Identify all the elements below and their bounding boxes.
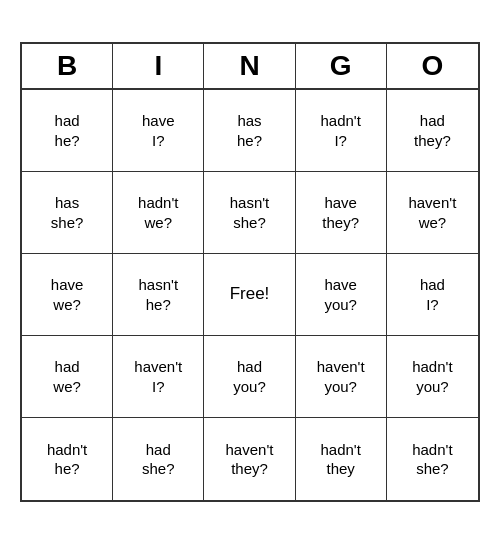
grid-cell-r4-c4: hadn'tshe? (387, 418, 478, 500)
bingo-header: BINGO (22, 44, 478, 90)
grid-cell-r1-c3: havethey? (296, 172, 387, 254)
grid-cell-r0-c1: haveI? (113, 90, 204, 172)
grid-cell-r3-c1: haven'tI? (113, 336, 204, 418)
grid-cell-r2-c3: haveyou? (296, 254, 387, 336)
header-cell-i: I (113, 44, 204, 88)
grid-cell-r1-c2: hasn'tshe? (204, 172, 295, 254)
grid-cell-r0-c0: hadhe? (22, 90, 113, 172)
grid-cell-r0-c2: hashe? (204, 90, 295, 172)
grid-cell-r0-c3: hadn'tI? (296, 90, 387, 172)
grid-cell-r1-c1: hadn'twe? (113, 172, 204, 254)
grid-cell-r3-c0: hadwe? (22, 336, 113, 418)
header-cell-o: O (387, 44, 478, 88)
header-cell-b: B (22, 44, 113, 88)
grid-cell-r3-c2: hadyou? (204, 336, 295, 418)
grid-cell-r3-c3: haven'tyou? (296, 336, 387, 418)
grid-cell-r4-c3: hadn'tthey (296, 418, 387, 500)
grid-cell-r1-c4: haven'twe? (387, 172, 478, 254)
grid-cell-r2-c4: hadI? (387, 254, 478, 336)
header-cell-n: N (204, 44, 295, 88)
grid-cell-r4-c1: hadshe? (113, 418, 204, 500)
grid-cell-r4-c2: haven'tthey? (204, 418, 295, 500)
grid-cell-r4-c0: hadn'the? (22, 418, 113, 500)
bingo-grid: hadhe?haveI?hashe?hadn'tI?hadthey?hasshe… (22, 90, 478, 500)
grid-cell-r2-c0: havewe? (22, 254, 113, 336)
grid-cell-r2-c1: hasn'the? (113, 254, 204, 336)
grid-cell-r1-c0: hasshe? (22, 172, 113, 254)
header-cell-g: G (296, 44, 387, 88)
grid-cell-r2-c2: Free! (204, 254, 295, 336)
grid-cell-r3-c4: hadn'tyou? (387, 336, 478, 418)
grid-cell-r0-c4: hadthey? (387, 90, 478, 172)
bingo-card: BINGO hadhe?haveI?hashe?hadn'tI?hadthey?… (20, 42, 480, 502)
